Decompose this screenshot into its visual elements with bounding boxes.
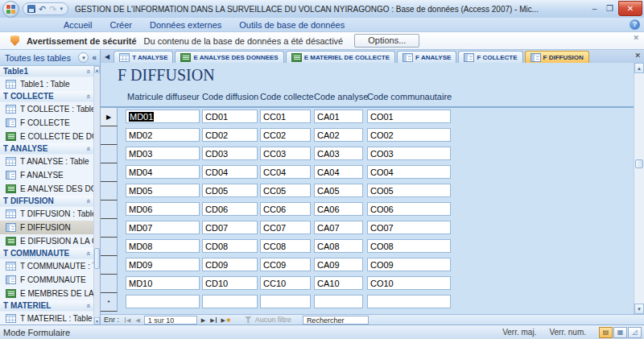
field-code-diffusion[interactable]: CD03 — [202, 147, 258, 160]
new-record-selector[interactable]: * — [101, 293, 118, 312]
save-icon[interactable] — [27, 5, 35, 13]
nav-item-f-communaute[interactable]: F COMMUNAUTE — [0, 273, 93, 287]
field-matricule-diffuseur[interactable]: MD09 — [126, 258, 200, 271]
field-matricule-diffuseur[interactable]: MD08 — [126, 239, 200, 253]
field-matricule-diffuseur[interactable]: MD10 — [126, 276, 200, 290]
field-code-collecte[interactable]: CC06 — [260, 202, 311, 216]
record-position-box[interactable]: 1 sur 10 — [144, 316, 197, 325]
field-code-analyse[interactable]: CA10 — [314, 276, 363, 290]
field-code-analyse[interactable]: CA06 — [314, 202, 363, 216]
search-input[interactable]: Rechercher — [303, 316, 369, 325]
record-selector[interactable] — [101, 182, 118, 201]
field-code-analyse[interactable]: CA02 — [314, 128, 363, 142]
field-code-collecte[interactable]: CC01 — [260, 110, 311, 123]
nav-item-f-diffusion[interactable]: F DIFFUSION — [0, 221, 93, 234]
field-code-communautaire[interactable]: CO04 — [367, 165, 451, 179]
nav-item-e-membres[interactable]: E MEMBRES DE LA C... — [0, 287, 93, 300]
scroll-down-icon[interactable]: ▼ — [94, 317, 100, 325]
field-code-analyse[interactable]: CA07 — [314, 221, 363, 234]
field-code-collecte[interactable]: CC07 — [260, 221, 311, 234]
scrollbar-thumb[interactable] — [635, 159, 643, 168]
field-code-collecte[interactable]: CC05 — [260, 184, 311, 197]
field-code-diffusion[interactable]: CD04 — [202, 165, 258, 179]
field-code-analyse[interactable]: CA08 — [314, 239, 363, 253]
field-matricule-diffuseur[interactable] — [126, 295, 200, 308]
chevron-up-icon[interactable]: « — [84, 69, 92, 73]
office-button[interactable] — [2, 1, 19, 18]
redo-icon[interactable]: ↷ — [49, 5, 56, 14]
tab-donnees-externes[interactable]: Données externes — [141, 20, 230, 30]
chevron-up-icon[interactable]: « — [84, 251, 92, 255]
nav-item-t-diffusion-table[interactable]: T DIFFUSION : Table — [0, 207, 93, 221]
field-code-analyse[interactable]: CA04 — [314, 165, 363, 179]
field-matricule-diffuseur[interactable]: MD02 — [126, 128, 200, 142]
record-prev-button[interactable]: ◀ — [133, 316, 142, 325]
field-code-analyse[interactable]: CA01 — [314, 110, 363, 123]
field-code-communautaire[interactable]: CO05 — [367, 184, 451, 197]
tab-creer[interactable]: Créer — [101, 20, 141, 30]
field-code-collecte[interactable]: CC10 — [260, 276, 311, 290]
minimize-button[interactable]: – — [588, 2, 601, 15]
field-code-collecte[interactable] — [260, 295, 311, 308]
nav-item-e-diffusion[interactable]: E DIFFUSION A LA C... — [0, 234, 93, 248]
chevron-up-icon[interactable]: « — [84, 147, 92, 151]
field-code-communautaire[interactable]: CO08 — [367, 239, 451, 253]
field-code-diffusion[interactable]: CD09 — [202, 258, 258, 271]
nav-pane-header[interactable]: Toutes les tables ▾ « — [0, 50, 100, 66]
field-code-communautaire[interactable]: CO09 — [367, 258, 451, 271]
nav-pane-dropdown-icon[interactable]: ▾ — [78, 52, 89, 63]
scrollbar-thumb[interactable] — [94, 248, 100, 269]
tab-outils-base-de-donnees[interactable]: Outils de base de données — [230, 20, 353, 30]
record-selector[interactable] — [101, 126, 118, 145]
scroll-up-icon[interactable]: ▲ — [94, 66, 100, 73]
nav-item-t-communaute-table[interactable]: T COMMUNAUTE : T... — [0, 259, 93, 273]
nav-item-f-collecte[interactable]: F COLLECTE — [0, 116, 93, 130]
record-first-button[interactable]: ◀ — [122, 316, 133, 325]
record-selector[interactable] — [101, 238, 118, 256]
field-matricule-diffuseur[interactable]: MD03 — [126, 147, 200, 160]
form-view-button[interactable]: ▤ — [599, 327, 613, 338]
record-selector[interactable] — [101, 145, 118, 163]
record-selector[interactable] — [101, 163, 118, 182]
record-last-button[interactable]: ▶ — [208, 316, 218, 325]
nav-group-table1[interactable]: Table1« — [0, 66, 93, 77]
tab-scroll-left-icon[interactable]: ◀ — [105, 53, 109, 60]
scroll-up-icon[interactable]: ▲ — [634, 63, 644, 73]
nav-item-e-collecte[interactable]: E COLLECTE DE DO... — [0, 130, 93, 143]
record-selector[interactable] — [101, 256, 118, 275]
nav-item-t-collecte-table[interactable]: T COLLECTE : Table — [0, 102, 93, 116]
nav-item-table1[interactable]: Table1 : Table — [0, 77, 93, 91]
record-new-button[interactable]: ▶✱ — [219, 316, 233, 325]
field-code-communautaire[interactable]: CO10 — [367, 276, 451, 290]
field-matricule-diffuseur[interactable]: MD07 — [126, 221, 200, 234]
nav-item-t-materiel-table[interactable]: T MATERIEL : Table — [0, 312, 93, 325]
field-code-analyse[interactable]: CA05 — [314, 184, 363, 197]
chevron-up-icon[interactable]: « — [84, 199, 92, 203]
record-selector[interactable] — [101, 219, 118, 238]
field-matricule-diffuseur[interactable]: MD05 — [126, 184, 200, 197]
field-code-analyse[interactable] — [314, 295, 363, 308]
form-scrollbar[interactable]: ▲ ▼ — [634, 63, 644, 314]
record-selector[interactable]: ▶ — [101, 108, 118, 126]
chevron-up-icon[interactable]: « — [84, 304, 92, 308]
record-selector[interactable] — [101, 201, 118, 219]
design-view-button[interactable]: ◿ — [628, 327, 642, 338]
help-icon[interactable]: ? — [630, 19, 640, 30]
field-code-communautaire[interactable]: CO01 — [367, 110, 451, 123]
field-code-collecte[interactable]: CC02 — [260, 128, 311, 142]
field-code-collecte[interactable]: CC09 — [260, 258, 311, 271]
field-matricule-diffuseur[interactable]: MD01 — [126, 110, 200, 123]
nav-group-t-communaute[interactable]: T COMMUNAUTE« — [0, 248, 93, 259]
nav-item-t-analyse-table[interactable]: T ANALYSE : Table — [0, 155, 93, 168]
field-code-diffusion[interactable]: CD10 — [202, 276, 258, 290]
nav-pane-scrollbar[interactable]: ▲ ▼ — [93, 66, 100, 325]
doc-tab-e-materiel-de-collecte[interactable]: E MATERIEL DE COLLECTE — [286, 51, 395, 63]
doc-tab-t-analyse[interactable]: T ANALYSE — [114, 51, 173, 63]
doc-tab-f-collecte[interactable]: F COLLECTE — [458, 51, 522, 63]
field-code-communautaire[interactable]: CO03 — [367, 147, 451, 160]
field-code-diffusion[interactable] — [202, 295, 258, 308]
datasheet-view-button[interactable]: ▦ — [613, 327, 627, 338]
field-code-collecte[interactable]: CC04 — [260, 165, 311, 179]
field-code-diffusion[interactable]: CD08 — [202, 239, 258, 253]
qat-dropdown-icon[interactable]: ▾ — [60, 6, 63, 12]
